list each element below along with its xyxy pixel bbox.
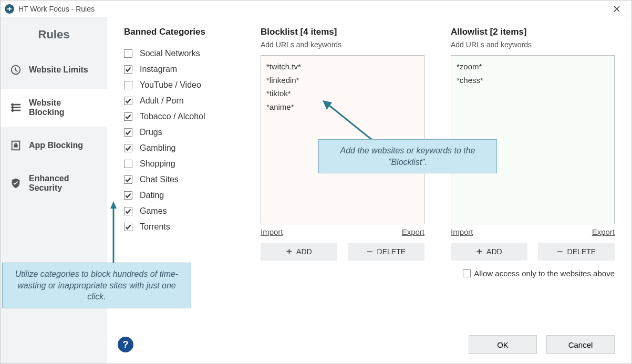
allowlist-sub: Add URLs and keywords	[451, 40, 615, 49]
window-title: HT Work Focus - Rules	[18, 5, 606, 13]
allowlist-title: Allowlist [2 items]	[451, 27, 615, 37]
allowlist-import-link[interactable]: Import	[451, 227, 473, 236]
ok-button[interactable]: OK	[469, 335, 537, 354]
close-button[interactable]	[606, 1, 627, 17]
allowlist-delete-button[interactable]: − DELETE	[538, 243, 615, 261]
category-checkbox[interactable]	[124, 160, 132, 168]
blocklist-export-link[interactable]: Export	[402, 227, 424, 236]
allow-only-row[interactable]: Allow access only to the websites above	[451, 269, 615, 278]
arrow-categories-icon	[107, 201, 128, 269]
category-item[interactable]: Drugs	[124, 128, 234, 137]
minus-icon: −	[557, 246, 563, 257]
allow-only-checkbox[interactable]	[463, 269, 471, 277]
titlebar: HT Work Focus - Rules	[1, 1, 631, 17]
minus-icon: −	[367, 246, 373, 257]
sidebar-item-label: Website Limits	[29, 65, 88, 75]
allowlist-export-link[interactable]: Export	[592, 227, 615, 236]
sidebar-item-website-limits[interactable]: Website Limits	[1, 51, 107, 89]
svg-rect-2	[15, 143, 17, 145]
category-item[interactable]: Instagram	[124, 65, 234, 74]
category-checkbox[interactable]	[124, 191, 132, 200]
help-button[interactable]: ?	[118, 337, 133, 352]
category-checkbox[interactable]	[124, 144, 132, 152]
sidebar-item-enhanced-security[interactable]: Enhanced Security	[1, 164, 107, 202]
sidebar-item-label: Website Blocking	[29, 98, 98, 117]
category-item[interactable]: Adult / Porn	[124, 96, 234, 106]
app-icon	[5, 4, 14, 14]
list-item[interactable]: *chess*	[457, 74, 609, 87]
category-checkbox[interactable]	[124, 49, 132, 58]
sidebar-item-label: App Blocking	[29, 141, 83, 150]
category-label: Tobacco / Alcohol	[140, 112, 205, 121]
category-checkbox[interactable]	[124, 128, 132, 137]
website-blocking-icon	[10, 102, 22, 113]
category-label: Gambling	[140, 143, 175, 153]
category-item[interactable]: Dating	[124, 191, 234, 200]
sidebar-item-label: Enhanced Security	[29, 174, 98, 193]
category-label: YouTube / Video	[140, 80, 201, 90]
callout-categories: Utilize categories to block hundreds of …	[2, 263, 191, 308]
category-checkbox[interactable]	[124, 112, 132, 121]
category-label: Drugs	[140, 128, 162, 137]
category-checkbox[interactable]	[124, 97, 132, 105]
cancel-button[interactable]: Cancel	[546, 335, 615, 354]
footer: ? OK Cancel	[124, 335, 615, 354]
category-item[interactable]: YouTube / Video	[124, 80, 234, 90]
plus-icon: +	[286, 246, 292, 257]
category-label: Chat Sites	[140, 175, 179, 184]
blocklist-add-button[interactable]: + ADD	[261, 243, 337, 261]
category-checkbox[interactable]	[124, 175, 132, 184]
category-label: Adult / Porn	[140, 96, 184, 106]
list-item[interactable]: *linkedin*	[266, 74, 419, 87]
banned-title: Banned Categories	[124, 27, 234, 37]
blocklist-import-link[interactable]: Import	[261, 227, 283, 236]
category-item[interactable]: Chat Sites	[124, 175, 234, 184]
category-item[interactable]: Torrents	[124, 222, 234, 232]
svg-marker-6	[323, 100, 332, 110]
allowlist-add-button[interactable]: + ADD	[451, 243, 527, 261]
category-item[interactable]: Social Networks	[124, 49, 234, 58]
sidebar-item-app-blocking[interactable]: App Blocking	[1, 127, 107, 164]
blocklist-title: Blocklist [4 items]	[261, 27, 424, 37]
category-item[interactable]: Shopping	[124, 159, 234, 169]
category-label: Dating	[140, 191, 164, 200]
category-label: Games	[140, 206, 167, 216]
sidebar-item-website-blocking[interactable]: Website Blocking	[1, 89, 107, 127]
sidebar-heading: Rules	[1, 28, 107, 41]
category-label: Social Networks	[140, 49, 200, 58]
list-item[interactable]: *twitch.tv*	[266, 60, 419, 74]
svg-line-5	[327, 103, 375, 142]
website-limits-icon	[10, 64, 22, 76]
category-label: Shopping	[140, 159, 175, 169]
plus-icon: +	[476, 246, 482, 257]
sidebar: Rules Website LimitsWebsite BlockingApp …	[1, 17, 107, 363]
enhanced-security-icon	[10, 178, 22, 189]
main-panel: Banned Categories Social NetworksInstagr…	[107, 17, 631, 363]
category-label: Instagram	[140, 65, 177, 74]
category-checkbox[interactable]	[124, 81, 132, 89]
list-item[interactable]: *zoom*	[457, 60, 609, 74]
category-item[interactable]: Games	[124, 206, 234, 216]
category-item[interactable]: Gambling	[124, 143, 234, 153]
svg-marker-4	[110, 201, 117, 209]
app-blocking-icon	[10, 140, 22, 151]
banned-categories-section: Banned Categories Social NetworksInstagr…	[124, 27, 234, 278]
blocklist-delete-button[interactable]: − DELETE	[348, 243, 424, 261]
callout-blocklist: Add the websites or keywords to the "Blo…	[318, 139, 497, 173]
allow-only-label: Allow access only to the websites above	[474, 269, 615, 278]
blocklist-sub: Add URLs and keywords	[261, 40, 424, 49]
category-checkbox[interactable]	[124, 65, 132, 74]
category-label: Torrents	[140, 222, 170, 232]
category-item[interactable]: Tobacco / Alcohol	[124, 112, 234, 121]
